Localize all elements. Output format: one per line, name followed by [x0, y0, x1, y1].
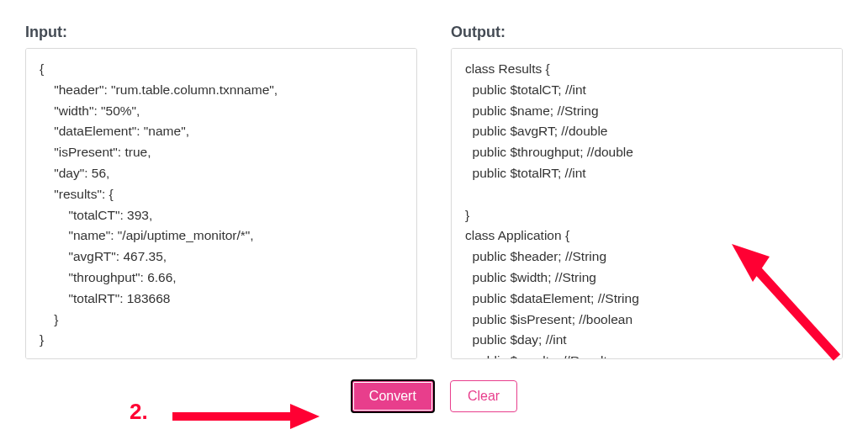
input-textarea[interactable] [25, 48, 417, 359]
output-label: Output: [451, 24, 843, 41]
clear-button[interactable]: Clear [450, 380, 517, 412]
convert-button[interactable]: Convert [351, 379, 435, 413]
input-panel: Input: [25, 24, 417, 363]
panels-container: Input: Output: [25, 24, 843, 363]
button-row: Convert Clear [25, 379, 843, 413]
output-textarea[interactable] [451, 48, 843, 359]
step-2-annotation: 2. [130, 399, 148, 425]
input-label: Input: [25, 24, 417, 41]
output-panel: Output: [451, 24, 843, 363]
